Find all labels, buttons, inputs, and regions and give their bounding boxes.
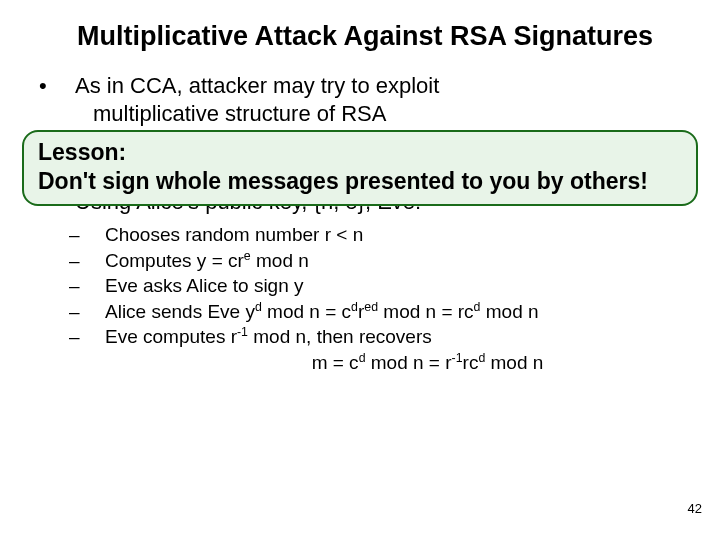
sub-item: –Alice sends Eve yd mod n = cdred mod n … (105, 299, 680, 325)
bullet-dot: • (57, 72, 75, 100)
sub-text: Eve computes r (105, 326, 237, 347)
dash: – (87, 222, 105, 248)
eq-text: mod n = r (366, 352, 452, 373)
bullet-text: As in CCA, attacker may try to exploit (75, 73, 439, 98)
sup: e (244, 248, 251, 262)
sup: d (351, 299, 358, 313)
slide-title: Multiplicative Attack Against RSA Signat… (50, 20, 680, 52)
dash: – (87, 248, 105, 274)
sub-list: –Chooses random number r < n –Computes y… (105, 222, 680, 374)
slide: Multiplicative Attack Against RSA Signat… (0, 0, 720, 540)
sup: -1 (452, 351, 463, 365)
equation: m = cd mod n = r-1rcd mod n (105, 352, 680, 374)
eq-text: m = c (312, 352, 359, 373)
eq-text: rc (463, 352, 479, 373)
page-number: 42 (688, 501, 702, 516)
sub-text: mod n (251, 250, 309, 271)
sup: ed (364, 299, 378, 313)
bullet-text: multiplicative structure of RSA (93, 101, 386, 126)
sub-text: mod n (480, 301, 538, 322)
dash: – (87, 324, 105, 350)
sub-text: Chooses random number r < n (105, 224, 363, 245)
sub-item: –Computes y = cre mod n (105, 248, 680, 274)
sub-text: Alice sends Eve y (105, 301, 255, 322)
lesson-body: Don't sign whole messages presented to y… (38, 167, 682, 196)
lesson-callout: Lesson: Don't sign whole messages presen… (22, 130, 698, 206)
sup: d (255, 299, 262, 313)
sub-text: Eve asks Alice to sign y (105, 275, 304, 296)
sub-text: mod n = rc (378, 301, 474, 322)
sub-text: mod n = c (262, 301, 351, 322)
sub-item: –Chooses random number r < n (105, 222, 680, 248)
sup: -1 (237, 325, 248, 339)
lesson-heading: Lesson: (38, 138, 682, 167)
sup: d (359, 351, 366, 365)
dash: – (87, 299, 105, 325)
sub-item: –Eve asks Alice to sign y (105, 273, 680, 299)
eq-text: mod n (485, 352, 543, 373)
sub-text: mod n, then recovers (248, 326, 432, 347)
sub-text: Computes y = cr (105, 250, 244, 271)
dash: – (87, 273, 105, 299)
bullet-item: •As in CCA, attacker may try to exploit … (75, 72, 680, 127)
sub-item: –Eve computes r-1 mod n, then recovers (105, 324, 680, 350)
